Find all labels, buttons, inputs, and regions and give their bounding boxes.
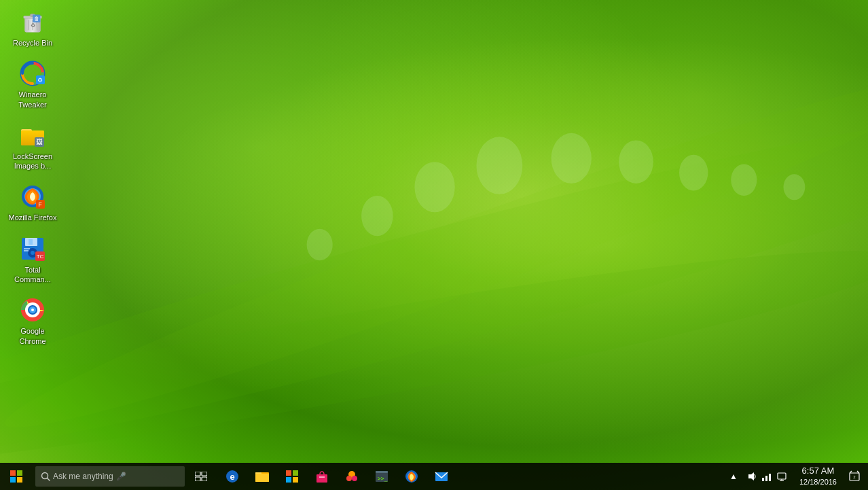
svg-text:2: 2: [853, 475, 856, 479]
svg-text:>>_: >>_: [378, 476, 388, 482]
svg-text:F: F: [38, 201, 42, 208]
svg-point-6: [476, 137, 522, 194]
svg-rect-81: [769, 474, 771, 481]
svg-rect-79: [762, 478, 764, 481]
winaero-tweaker-icon[interactable]: ⚙ Winaero Tweaker: [5, 57, 60, 112]
taskbar: Ask me anything 🎤 e: [0, 463, 868, 490]
firefox-image: F: [19, 183, 46, 210]
taskbar-file-explorer[interactable]: [247, 463, 277, 490]
clock-date: 12/18/2016: [799, 477, 837, 487]
svg-rect-51: [17, 477, 22, 483]
chrome-label: Google Chrome: [8, 326, 57, 346]
svg-rect-56: [195, 477, 200, 481]
svg-line-53: [48, 478, 50, 481]
notifications-button[interactable]: 2: [844, 463, 865, 490]
chrome-image: [19, 296, 46, 323]
task-view-button[interactable]: [187, 463, 215, 490]
total-commander-image: TC: [19, 235, 46, 262]
tray-volume-icon[interactable]: [745, 470, 759, 483]
svg-point-10: [731, 164, 757, 196]
search-bar[interactable]: Ask me anything 🎤: [35, 466, 185, 487]
svg-point-5: [414, 162, 454, 212]
svg-rect-67: [317, 474, 327, 483]
search-placeholder: Ask me anything: [53, 472, 113, 481]
svg-point-71: [352, 476, 357, 481]
lockscreen-label: LockScreen Images b...: [8, 152, 57, 171]
svg-rect-57: [202, 477, 207, 481]
svg-rect-63: [286, 470, 291, 476]
svg-rect-48: [10, 470, 16, 476]
taskbar-mail[interactable]: [427, 463, 456, 490]
svg-point-4: [361, 196, 393, 236]
total-commander-icon[interactable]: TC Total Comman...: [5, 232, 60, 287]
winaero-image: ⚙: [19, 60, 46, 87]
svg-text:e: e: [230, 472, 234, 482]
tray-icons: [741, 470, 793, 483]
svg-rect-50: [10, 477, 16, 483]
microphone-icon[interactable]: 🎤: [116, 472, 126, 481]
taskbar-store[interactable]: [277, 463, 307, 490]
firefox-label: Mozilla Firefox: [9, 213, 57, 222]
svg-rect-65: [286, 477, 291, 483]
desktop-icons: ♻ 🗑 Recycle Bin: [0, 0, 65, 354]
recycle-bin-image: ♻ 🗑: [19, 8, 46, 35]
svg-text:⚙: ⚙: [37, 77, 43, 84]
svg-point-7: [551, 133, 592, 183]
svg-rect-66: [293, 477, 298, 483]
svg-point-11: [784, 174, 806, 200]
taskbar-edge[interactable]: e: [217, 463, 247, 490]
svg-point-3: [307, 229, 333, 261]
svg-text:TC: TC: [37, 253, 44, 260]
firefox-icon[interactable]: F Mozilla Firefox: [5, 180, 60, 225]
tray-network-icon[interactable]: [760, 470, 774, 483]
tray-speakers-icon[interactable]: [775, 470, 789, 483]
svg-point-38: [31, 251, 35, 255]
svg-point-47: [31, 309, 34, 311]
recycle-bin-label: Recycle Bin: [13, 38, 52, 48]
recycle-bin-icon[interactable]: ♻ 🗑 Recycle Bin: [5, 5, 60, 50]
taskbar-app5[interactable]: [307, 463, 337, 490]
tray-expand-button[interactable]: ▲: [726, 472, 741, 481]
svg-point-9: [679, 155, 708, 191]
svg-text:♻: ♻: [31, 22, 35, 29]
taskbar-firefox[interactable]: [397, 463, 427, 490]
system-tray: ▲: [726, 463, 868, 490]
taskbar-terminal[interactable]: >>_: [367, 463, 397, 490]
svg-rect-62: [255, 474, 269, 482]
svg-rect-36: [29, 239, 33, 245]
svg-rect-68: [319, 476, 325, 478]
lockscreen-images-icon[interactable]: 🖼 LockScreen Images b...: [5, 119, 60, 174]
clock-time: 6:57 AM: [802, 466, 835, 477]
google-chrome-icon[interactable]: Google Chrome: [5, 294, 60, 349]
svg-text:🖼: 🖼: [36, 138, 43, 145]
svg-rect-80: [765, 476, 767, 481]
desktop: ♻ 🗑 Recycle Bin: [0, 0, 868, 490]
svg-rect-49: [17, 470, 22, 476]
svg-rect-64: [293, 470, 298, 476]
total-commander-label: Total Comman...: [8, 265, 57, 285]
start-button[interactable]: [0, 463, 33, 490]
svg-rect-55: [202, 472, 207, 476]
svg-point-8: [619, 140, 653, 183]
taskbar-app-icons: e: [217, 463, 456, 490]
lockscreen-image: 🖼: [19, 122, 46, 149]
svg-point-70: [346, 476, 352, 481]
svg-marker-78: [748, 472, 754, 480]
svg-rect-73: [376, 471, 388, 473]
svg-rect-82: [778, 473, 786, 479]
svg-rect-54: [195, 472, 200, 476]
winaero-label: Winaero Tweaker: [8, 90, 57, 109]
svg-text:🗑: 🗑: [34, 16, 39, 22]
system-clock[interactable]: 6:57 AM 12/18/2016: [793, 463, 844, 490]
taskbar-app6[interactable]: [337, 463, 367, 490]
